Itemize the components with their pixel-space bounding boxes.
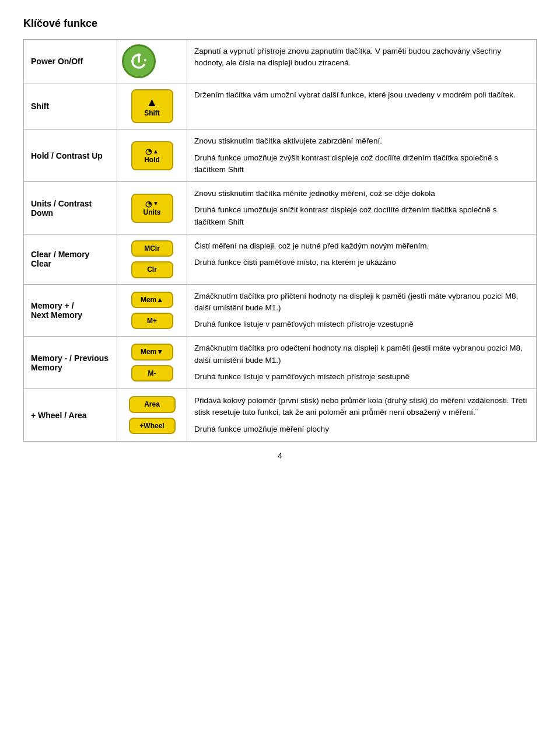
row-icon: Mem▲ M+	[117, 284, 187, 337]
page-footer: 4	[23, 451, 537, 460]
row-description: Zapnutí a vypnutí přístroje znovu zapnut…	[187, 40, 537, 83]
row-icon: ◔▼ Units	[117, 182, 187, 235]
row-description: Znovu stisknutím tlačítka měníte jednotk…	[187, 182, 537, 235]
row-icon: Area +Wheel	[117, 389, 187, 442]
row-description: Držením tlačítka vám umožní vybrat další…	[187, 83, 537, 130]
units-button-icon: ◔▼ Units	[131, 194, 173, 223]
row-name: + Wheel / Area	[24, 389, 117, 442]
page-title: Klíčové funkce	[23, 18, 537, 30]
row-name: Memory - / Previous Memory	[24, 337, 117, 389]
row-name: Clear / Memory Clear	[24, 234, 117, 284]
table-row: Shift ▲ Shift Držením tlačítka vám umožn…	[24, 83, 537, 130]
row-icon	[117, 40, 187, 83]
row-icon: MClr Clr	[117, 234, 187, 284]
table-row: Power On/Off Zapnutí a vypnutí přístroje…	[24, 40, 537, 83]
table-row: + Wheel / Area Area +Wheel Přidává kolov…	[24, 389, 537, 442]
row-name: Shift	[24, 83, 117, 130]
row-icon: ▲ Shift	[117, 83, 187, 130]
table-row: Memory - / Previous Memory Mem▼ M- Zmáčk…	[24, 337, 537, 389]
row-description: Znovu stisknutím tlačítka aktivujete zab…	[187, 130, 537, 182]
table-row: Memory + / Next Memory Mem▲ M+ Zmáčknutí…	[24, 284, 537, 337]
table-row: Hold / Contrast Up ◔▲ Hold Znovu stisknu…	[24, 130, 537, 182]
row-icon: Mem▼ M-	[117, 337, 187, 389]
row-name: Memory + / Next Memory	[24, 284, 117, 337]
area-button-icon: Area +Wheel	[122, 395, 182, 435]
row-name: Hold / Contrast Up	[24, 130, 117, 182]
power-button-icon	[122, 44, 156, 78]
main-table: Power On/Off Zapnutí a vypnutí přístroje…	[23, 39, 537, 442]
shift-button-icon: ▲ Shift	[131, 89, 173, 123]
mplus-button-icon: Mem▲ M+	[122, 290, 182, 331]
row-name: Units / Contrast Down	[24, 182, 117, 235]
row-icon: ◔▲ Hold	[117, 130, 187, 182]
mclr-button-icon: MClr Clr	[122, 239, 182, 279]
table-row: Units / Contrast Down ◔▼ Units Znovu sti…	[24, 182, 537, 235]
row-description: Zmáčknutím tlačítka pro přičtení hodnoty…	[187, 284, 537, 337]
row-description: Čistí měření na displeji, což je nutné p…	[187, 234, 537, 284]
row-description: Přidává kolový poloměr (první stisk) neb…	[187, 389, 537, 442]
row-description: Zmáčknutím tlačítka pro odečtení hodnoty…	[187, 337, 537, 389]
table-row: Clear / Memory Clear MClr Clr Čistí měře…	[24, 234, 537, 284]
hold-button-icon: ◔▲ Hold	[131, 141, 173, 170]
mminus-button-icon: Mem▼ M-	[122, 342, 182, 383]
row-name: Power On/Off	[24, 40, 117, 83]
